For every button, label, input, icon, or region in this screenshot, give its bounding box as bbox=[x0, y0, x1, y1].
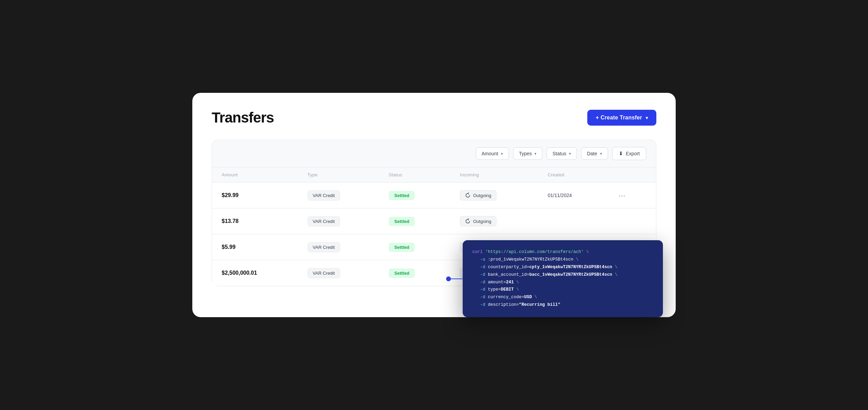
col-header-actions bbox=[606, 167, 656, 183]
code-tooltip: curl 'https://api.column.com/transfers/a… bbox=[463, 240, 663, 317]
type-badge: VAR Credit bbox=[308, 242, 340, 252]
chevron-down-icon: ▾ bbox=[646, 115, 648, 120]
status-badge: Settled bbox=[389, 243, 415, 252]
amount-filter-button[interactable]: Amount ▾ bbox=[476, 147, 509, 160]
types-filter-button[interactable]: Types ▾ bbox=[513, 147, 542, 160]
page-title: Transfers bbox=[212, 109, 274, 126]
outgoing-icon bbox=[465, 218, 471, 224]
create-transfer-label: + Create Transfer bbox=[596, 115, 642, 121]
table-row[interactable]: $13.78 VAR Credit Settled Outg bbox=[212, 208, 656, 234]
status-badge: Settled bbox=[389, 217, 415, 226]
row-status: Settled bbox=[379, 234, 450, 260]
outgoing-icon bbox=[465, 193, 471, 198]
row-type: VAR Credit bbox=[298, 260, 379, 286]
row-more-actions: ··· bbox=[606, 183, 656, 208]
chevron-down-icon: ▾ bbox=[600, 152, 602, 156]
row-created bbox=[538, 208, 606, 234]
table-header-row: Amount Type Status Incoming Created bbox=[212, 167, 656, 183]
app-container: Transfers + Create Transfer ▾ Amount ▾ T… bbox=[192, 93, 676, 317]
export-button[interactable]: ⬇ Export bbox=[612, 147, 646, 160]
col-header-type: Type bbox=[298, 167, 379, 183]
row-amount: $2,500,000.01 bbox=[212, 260, 298, 286]
row-direction: Outgoing bbox=[450, 208, 538, 234]
direction-badge: Outgoing bbox=[460, 216, 496, 226]
col-header-status: Status bbox=[379, 167, 450, 183]
row-status: Settled bbox=[379, 208, 450, 234]
table-filters: Amount ▾ Types ▾ Status ▾ Date ▾ ⬇ Expor… bbox=[212, 140, 656, 167]
row-amount: $5.99 bbox=[212, 234, 298, 260]
col-header-amount: Amount bbox=[212, 167, 298, 183]
status-filter-button[interactable]: Status ▾ bbox=[547, 147, 577, 160]
page-header: Transfers + Create Transfer ▾ bbox=[212, 109, 656, 126]
status-filter-label: Status bbox=[552, 151, 566, 156]
row-amount: $13.78 bbox=[212, 208, 298, 234]
export-label: Export bbox=[626, 151, 640, 156]
table-row[interactable]: $29.99 VAR Credit Settled Outg bbox=[212, 183, 656, 208]
date-filter-label: Date bbox=[587, 151, 597, 156]
status-badge: Settled bbox=[389, 269, 415, 278]
row-created: 01/11/2024 bbox=[538, 183, 606, 208]
tooltip-dot bbox=[446, 276, 451, 281]
table-header: Amount Type Status Incoming Created bbox=[212, 167, 656, 183]
row-type: VAR Credit bbox=[298, 183, 379, 208]
code-content: curl 'https://api.column.com/transfers/a… bbox=[472, 248, 653, 309]
type-badge: VAR Credit bbox=[308, 191, 340, 201]
status-badge: Settled bbox=[389, 191, 415, 200]
type-badge: VAR Credit bbox=[308, 268, 340, 278]
chevron-down-icon: ▾ bbox=[569, 152, 571, 156]
type-badge: VAR Credit bbox=[308, 216, 340, 226]
row-actions-empty bbox=[606, 208, 656, 234]
direction-badge: Outgoing bbox=[460, 190, 496, 201]
create-transfer-button[interactable]: + Create Transfer ▾ bbox=[587, 110, 656, 126]
row-status: Settled bbox=[379, 183, 450, 208]
types-filter-label: Types bbox=[519, 151, 532, 156]
chevron-down-icon: ▾ bbox=[501, 152, 503, 156]
col-header-incoming: Incoming bbox=[450, 167, 538, 183]
more-actions-button[interactable]: ··· bbox=[616, 191, 628, 200]
date-filter-button[interactable]: Date ▾ bbox=[581, 147, 608, 160]
col-header-created: Created bbox=[538, 167, 606, 183]
row-direction: Outgoing bbox=[450, 183, 538, 208]
table-container: Amount ▾ Types ▾ Status ▾ Date ▾ ⬇ Expor… bbox=[212, 140, 656, 286]
row-type: VAR Credit bbox=[298, 234, 379, 260]
chevron-down-icon: ▾ bbox=[534, 152, 537, 156]
export-icon: ⬇ bbox=[619, 150, 623, 157]
amount-filter-label: Amount bbox=[482, 151, 498, 156]
row-amount: $29.99 bbox=[212, 183, 298, 208]
row-status: Settled bbox=[379, 260, 450, 286]
row-type: VAR Credit bbox=[298, 208, 379, 234]
